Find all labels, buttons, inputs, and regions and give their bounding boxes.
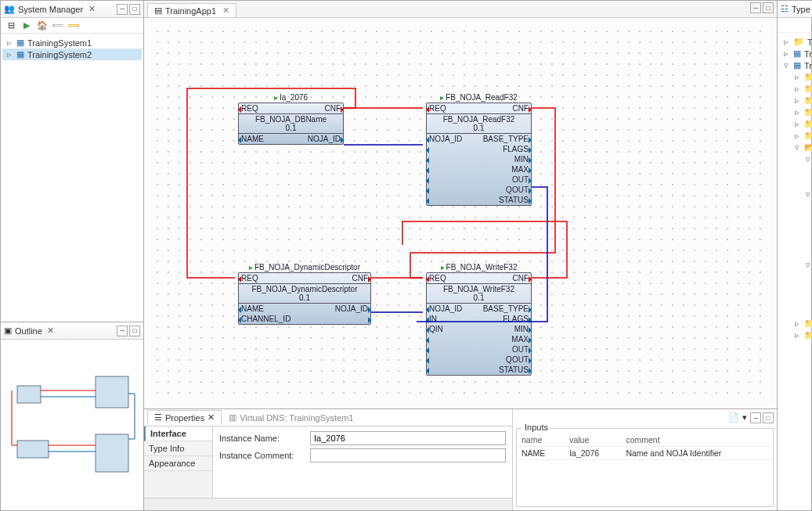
collapse-all-icon[interactable]: ⊟ <box>4 20 18 32</box>
tree-item[interactable]: ▹📁Devices <box>790 83 812 95</box>
close-icon[interactable]: ✕ <box>222 5 229 16</box>
outline-thumbnail[interactable] <box>1 340 143 510</box>
tab-close-icon[interactable]: ✕ <box>45 326 56 336</box>
tree-item[interactable]: ▹📁events <box>790 95 812 106</box>
tree-item[interactable]: ▹▦TrainingSystem1 <box>779 48 812 59</box>
table-row[interactable]: NAME Ia_2076 Name and NOJA Identifier <box>517 447 773 460</box>
diagram-canvas[interactable]: ▸Ia_2076 REQCNF FB_NOJA_DBName0.1 NAMENO… <box>144 18 777 408</box>
tree-item-trainingsystem1[interactable]: ▹▦ TrainingSystem1 <box>2 37 142 49</box>
editor-tabbar: ▤ TrainingApp1 ✕ ─ □ <box>144 1 777 18</box>
menu-icon[interactable]: ▾ <box>742 412 747 423</box>
system-manager-title: 👥 System Manager ✕ <box>4 4 117 14</box>
inputs-group: Inputs name value comment NAME Ia_2076 N… <box>516 428 774 507</box>
dns-icon: ▥ <box>229 412 236 423</box>
side-tab-interface[interactable]: Interface <box>144 426 212 441</box>
tree-item[interactable]: ▿📂DB_Access <box>801 153 812 165</box>
horizontal-scrollbar[interactable] <box>144 498 512 510</box>
app-icon: ▤ <box>154 5 162 16</box>
tree-item[interactable]: ▹📁Segments <box>790 329 812 341</box>
block-readf32[interactable]: ▸FB_NOJA_ReadF32 REQCNF FB_NOJA_ReadF320… <box>426 103 532 206</box>
tree-item[interactable]: ▹📁Resources <box>790 318 812 329</box>
tab-virtual-dns[interactable]: ▥ Virtual DNS: TrainingSystem1 <box>222 410 360 425</box>
outline-view: ▣ Outline ✕ ─ □ <box>1 322 143 510</box>
system-tree: ▹▦ TrainingSystem1 ▹▦ TrainingSystem2 <box>1 34 143 322</box>
tree-item[interactable]: ▹📁ita <box>790 118 812 130</box>
tree-item[interactable]: ▹📁net <box>790 130 812 142</box>
new-icon[interactable]: 📄 <box>728 412 739 423</box>
tree-item-noja[interactable]: ▿📂NOJA <box>790 142 812 153</box>
side-tab-typeinfo[interactable]: Type Info <box>144 441 212 456</box>
instance-name-label: Instance Name: <box>219 434 305 443</box>
inputs-legend: Inputs <box>521 423 551 432</box>
tab-properties[interactable]: ☰ Properties ✕ <box>147 410 222 425</box>
navigator-icon: ☷ <box>781 4 789 14</box>
tree-item-trainingsystem2[interactable]: ▹▦ TrainingSystem2 <box>2 49 142 60</box>
tree-item[interactable]: ▹📁convert <box>790 71 812 83</box>
close-icon[interactable]: ✕ <box>208 412 215 423</box>
home-icon[interactable]: 🏠 <box>35 20 49 32</box>
col-comment[interactable]: comment <box>621 434 773 447</box>
back-icon[interactable]: ⟸ <box>51 20 65 32</box>
svg-rect-2 <box>17 441 49 458</box>
people-icon: 👥 <box>4 4 15 14</box>
col-value[interactable]: value <box>565 434 621 447</box>
tab-close-icon[interactable]: ✕ <box>86 4 97 14</box>
svg-rect-0 <box>17 386 41 403</box>
minimize-icon[interactable]: ─ <box>750 2 761 13</box>
block-writef32[interactable]: ▸FB_NOJA_WriteF32 REQCNF FB_NOJA_WriteF3… <box>426 272 532 376</box>
minimize-icon[interactable]: ─ <box>117 326 128 336</box>
maximize-icon[interactable]: □ <box>129 4 140 15</box>
forward-icon[interactable]: ⟹ <box>67 20 81 32</box>
minimize-icon[interactable]: ─ <box>750 412 761 423</box>
tree-item[interactable]: ▹📁Tool Library <box>779 36 812 48</box>
maximize-icon[interactable]: □ <box>763 2 774 13</box>
tree-item[interactable]: ▿📂DB_Read <box>801 189 812 200</box>
maximize-icon[interactable]: □ <box>763 412 774 423</box>
minimize-icon[interactable]: ─ <box>117 4 128 15</box>
system-manager-view: 👥 System Manager ✕ ─ □ ⊟ ▶ 🏠 ⟸ ⟹ ▹▦ <box>1 1 143 322</box>
outline-icon: ▣ <box>4 326 12 336</box>
svg-rect-3 <box>96 434 128 472</box>
properties-icon: ☰ <box>154 412 162 423</box>
type-tree: ▹📁Tool Library ▹▦TrainingSystem1 ▿▦Train… <box>778 33 812 344</box>
tree-item[interactable]: ▿▦TrainingSystem2 <box>779 59 812 71</box>
editor-tab-trainingapp1[interactable]: ▤ TrainingApp1 ✕ <box>147 3 236 17</box>
instance-comment-label: Instance Comment: <box>219 451 305 460</box>
type-navigator-view: ☷ Type Navigator ✕ ⤪ ↻ ▾ ─ □ ▹📁Tool Libr… <box>777 1 812 510</box>
run-icon[interactable]: ▶ <box>20 20 34 32</box>
side-tab-appearance[interactable]: Appearance <box>144 456 212 471</box>
properties-view: ☰ Properties ✕ ▥ Virtual DNS: TrainingSy… <box>144 408 777 510</box>
maximize-icon[interactable]: □ <box>129 326 140 336</box>
outline-title: ▣ Outline ✕ <box>4 326 117 336</box>
svg-rect-1 <box>96 376 128 408</box>
block-ia-2076[interactable]: ▸Ia_2076 REQCNF FB_NOJA_DBName0.1 NAMENO… <box>238 103 344 145</box>
tree-item[interactable]: ▿📂DB_Write <box>801 259 812 271</box>
col-name[interactable]: name <box>517 434 565 447</box>
tree-item[interactable]: ▹📁IEC61131-3 <box>790 106 812 118</box>
instance-name-input[interactable] <box>310 431 506 445</box>
instance-comment-input[interactable] <box>310 448 506 462</box>
block-dyndesc[interactable]: ▸FB_NOJA_DynamicDescriptor REQCNF FB_NOJ… <box>238 272 371 325</box>
type-navigator-title: ☷ Type Navigator ✕ <box>781 4 812 14</box>
